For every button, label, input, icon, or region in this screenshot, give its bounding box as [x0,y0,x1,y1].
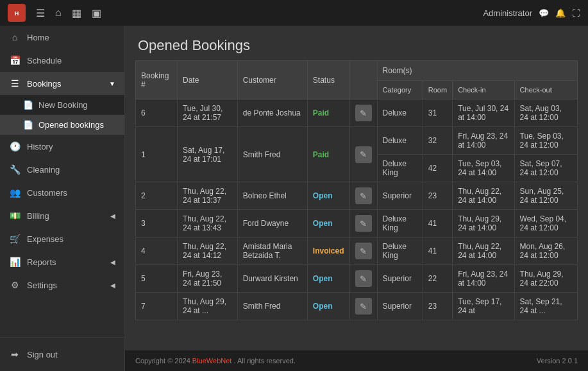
cell-edit: ✎ [349,99,377,127]
col-checkout: Check-out [514,81,577,99]
sidebar-item-reports[interactable]: 📊 Reports ◀ [0,250,124,273]
cell-date: Thu, Aug 22, 24 at 13:37 [177,182,237,210]
table-row: 5Fri, Aug 23, 24 at 21:50Durward Kirsten… [136,265,578,293]
cell-date: Thu, Aug 22, 24 at 14:12 [177,237,237,265]
expenses-icon: 🛒 [9,234,21,244]
cell-date: Tue, Jul 30, 24 at 21:57 [177,99,237,127]
fullscreen-icon[interactable]: ⛶ [572,8,580,18]
cell-booking: 1 [136,127,178,182]
cell-checkout: Mon, Aug 26, 24 at 12:00 [514,237,577,265]
col-room: Room [423,81,452,99]
menu-icon[interactable]: ☰ [36,7,45,19]
cell-room-number: 42 [423,155,452,182]
cell-edit: ✎ [349,210,377,237]
cell-customer: Smith Fred [237,127,307,182]
cell-status: Open [307,265,349,293]
sidebar-item-signout[interactable]: ➡ Sign out [0,343,124,366]
cell-category: Superior [377,182,423,210]
sidebar-item-billing[interactable]: 💵 Billing ◀ [0,204,124,227]
table-row: 7Thu, Aug 29, 24 at ...Smith FredOpen✎Su… [136,293,578,320]
page-title: Opened Bookings [138,37,575,54]
cell-customer: Smith Fred [237,293,307,320]
cell-room-number: 31 [423,99,452,127]
content-area: Opened Bookings Booking # Date Customer … [125,26,588,371]
cell-checkout: Sat, Aug 03, 24 at 12:00 [514,99,577,127]
cell-edit: ✎ [349,293,377,320]
sidebar-item-new-booking[interactable]: 📄 New Booking [0,95,124,115]
edit-button[interactable]: ✎ [355,243,372,259]
content-header: Opened Bookings [125,26,588,60]
cell-category: Superior [377,293,423,320]
billing-arrow-icon: ◀ [110,212,115,220]
edit-button[interactable]: ✎ [355,298,372,315]
sidebar-item-bookings[interactable]: ☰ Bookings ▼ [0,72,124,95]
edit-button[interactable]: ✎ [355,270,372,287]
grid-icon[interactable]: ▦ [72,7,81,19]
cell-room-number: 32 [423,127,452,155]
footer-version: Version 2.0.1 [537,357,578,365]
cell-checkout: Sat, Sep 07, 24 at 12:00 [514,155,577,182]
cell-category: Deluxe King [377,237,423,265]
customers-icon: 👥 [9,187,21,198]
home-nav-icon: ⌂ [9,32,21,42]
bookings-table-wrapper: Booking # Date Customer Status Room(s) C… [125,60,588,350]
cell-checkin: Fri, Aug 23, 24 at 14:00 [453,265,514,293]
cell-checkout: Wed, Sep 04, 24 at 12:00 [514,210,577,237]
footer-brand-link[interactable]: BlueWebNet [192,357,232,365]
table-row: 3Thu, Aug 22, 24 at 13:43Ford DwayneOpen… [136,210,578,237]
cleaning-icon: 🔧 [9,164,21,175]
sidebar-item-schedule[interactable]: 📅 Schedule [0,49,124,72]
bookings-table: Booking # Date Customer Status Room(s) C… [135,60,578,320]
cell-category: Superior [377,265,423,293]
edit-button[interactable]: ✎ [355,105,372,121]
sidebar-item-home[interactable]: ⌂ Home [0,26,124,49]
new-booking-icon: 📄 [23,100,33,110]
cell-status: Open [307,210,349,237]
cell-booking: 2 [136,182,178,210]
cell-room-number: 41 [423,237,452,265]
edit-button[interactable]: ✎ [355,187,372,204]
cell-edit: ✎ [349,265,377,293]
cell-date: Fri, Aug 23, 24 at 21:50 [177,265,237,293]
admin-label: Administrator [483,8,532,18]
topbar-left: H ☰ ⌂ ▦ ▣ [8,4,101,22]
col-status: Status [307,61,349,99]
edit-button[interactable]: ✎ [355,215,372,232]
sidebar-item-settings[interactable]: ⚙ Settings ◀ [0,273,124,297]
cell-status: Paid [307,127,349,182]
cell-status: Paid [307,99,349,127]
cell-room-number: 41 [423,210,452,237]
cell-status: Open [307,293,349,320]
cell-category: Deluxe King [377,210,423,237]
col-checkin: Check-in [453,81,514,99]
sidebar-item-opened-bookings[interactable]: 📄 Opened bookings [0,115,124,135]
cell-checkout: Thu, Aug 29, 24 at 22:00 [514,265,577,293]
cell-checkin: Tue, Sep 17, 24 at [453,293,514,320]
sidebar-footer: ➡ Sign out [0,337,124,371]
cell-customer: Ford Dwayne [237,210,307,237]
cell-checkout: Sun, Aug 25, 24 at 12:00 [514,182,577,210]
edit-button[interactable]: ✎ [355,146,372,163]
cell-room-number: 23 [423,293,452,320]
svg-text:H: H [15,10,19,17]
cell-category: Deluxe [377,127,423,155]
cell-checkout: Tue, Sep 03, 24 at 12:00 [514,127,577,155]
cell-date: Thu, Aug 22, 24 at 13:43 [177,210,237,237]
sidebar-item-cleaning[interactable]: 🔧 Cleaning [0,158,124,181]
footer-copyright: Copyright © 2024 BlueWebNet . All rights… [135,357,296,365]
chat-icon[interactable]: 💬 [539,8,549,18]
home-icon[interactable]: ⌂ [55,7,62,19]
col-customer: Customer [237,61,307,99]
cell-category: Deluxe [377,99,423,127]
topbar-right: Administrator 💬 🔔 ⛶ [483,8,580,18]
bell-icon[interactable]: 🔔 [555,8,566,18]
sidebar-item-expenses[interactable]: 🛒 Expenses [0,227,124,250]
table-row: 4Thu, Aug 22, 24 at 14:12Amistad Maria B… [136,237,578,265]
sidebar-item-customers[interactable]: 👥 Customers [0,181,124,204]
cell-status: Open [307,182,349,210]
main-layout: ⌂ Home 📅 Schedule ☰ Bookings ▼ 📄 New Boo… [0,26,588,371]
calendar-icon[interactable]: ▣ [92,7,101,19]
bookings-icon: ☰ [9,78,21,89]
col-rooms-header: Room(s) [377,61,577,81]
sidebar-item-history[interactable]: 🕐 History [0,135,124,158]
